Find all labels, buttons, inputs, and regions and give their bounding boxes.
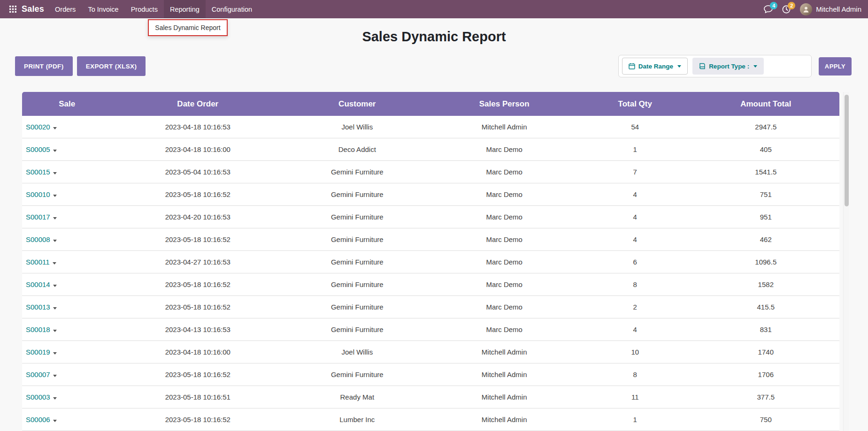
cell-sales-person: Mitchell Admin xyxy=(430,116,577,138)
cell-total-qty: 10 xyxy=(578,341,692,363)
cell-customer: Gemini Furniture xyxy=(284,228,430,251)
column-header: Sales Person xyxy=(430,92,577,116)
sale-order-link[interactable]: S00010 xyxy=(26,190,50,198)
table-row: S000182023-04-13 10:16:53Gemini Furnitur… xyxy=(22,318,839,341)
sale-order-link[interactable]: S00014 xyxy=(26,280,50,288)
user-menu[interactable]: Mitchell Admin xyxy=(800,3,861,15)
cell-total-qty: 1 xyxy=(578,408,692,431)
table-row: S000142023-05-18 10:16:52Gemini Furnitur… xyxy=(22,273,839,296)
cell-customer: Deco Addict xyxy=(284,138,430,161)
cell-amount-total: 831 xyxy=(692,318,839,341)
cell-sales-person: Mitchell Admin xyxy=(430,363,577,386)
chevron-down-icon[interactable] xyxy=(53,397,57,400)
cell-sales-person: Marc Demo xyxy=(430,296,577,318)
toolbar: PRINT (PDF) EXPORT (XLSX) Date Range xyxy=(0,55,868,77)
scrollbar-thumb[interactable] xyxy=(845,95,849,206)
chevron-down-icon[interactable] xyxy=(53,307,57,310)
table-row: S000202023-04-18 10:16:53Joel WillisMitc… xyxy=(22,116,839,138)
date-range-dropdown[interactable]: Date Range xyxy=(622,58,688,75)
menu-item-reporting[interactable]: Reporting xyxy=(164,0,206,18)
table-header-row: SaleDate OrderCustomerSales PersonTotal … xyxy=(22,92,839,116)
cell-sale: S00015 xyxy=(22,161,112,183)
menu-item-sales-dynamic-report[interactable]: Sales Dynamic Report xyxy=(155,24,220,31)
cell-amount-total: 951 xyxy=(692,206,839,228)
sale-order-link[interactable]: S00006 xyxy=(26,416,50,423)
cell-date-order: 2023-04-20 10:16:53 xyxy=(112,206,284,228)
cell-customer: Joel Willis xyxy=(284,341,430,363)
report-type-dropdown[interactable]: Report Type : xyxy=(692,58,764,75)
column-header: Amount Total xyxy=(692,92,839,116)
chevron-down-icon[interactable] xyxy=(53,330,57,332)
cell-customer: Gemini Furniture xyxy=(284,206,430,228)
cell-amount-total: 750 xyxy=(692,408,839,431)
chevron-down-icon[interactable] xyxy=(53,172,57,174)
cell-customer: Lumber Inc xyxy=(284,408,430,431)
cell-sales-person: Marc Demo xyxy=(430,138,577,161)
chevron-down-icon[interactable] xyxy=(53,375,57,377)
reporting-dropdown: Sales Dynamic Report xyxy=(148,19,228,36)
menu-item-products[interactable]: Products xyxy=(125,0,164,18)
report-type-label: Report Type : xyxy=(709,63,749,70)
vertical-scrollbar[interactable] xyxy=(843,92,849,431)
chevron-down-icon[interactable] xyxy=(53,240,57,242)
table-row: S000072023-05-18 10:16:52Gemini Furnitur… xyxy=(22,363,839,386)
cell-customer: Gemini Furniture xyxy=(284,363,430,386)
sale-order-link[interactable]: S00018 xyxy=(26,325,50,333)
messages-button[interactable]: 4 xyxy=(764,5,773,13)
sale-order-link[interactable]: S00020 xyxy=(26,123,50,131)
cell-total-qty: 7 xyxy=(578,161,692,183)
chevron-down-icon[interactable] xyxy=(53,352,57,355)
sale-order-link[interactable]: S00015 xyxy=(26,168,50,176)
menu-item-configuration[interactable]: Configuration xyxy=(206,0,258,18)
cell-total-qty: 4 xyxy=(578,318,692,341)
chevron-down-icon[interactable] xyxy=(53,150,57,152)
cell-total-qty: 1 xyxy=(578,138,692,161)
table-row: S000152023-05-04 10:16:53Gemini Furnitur… xyxy=(22,161,839,183)
chevron-down-icon[interactable] xyxy=(53,217,57,219)
menu-item-orders[interactable]: Orders xyxy=(49,0,82,18)
cell-sale: S00013 xyxy=(22,296,112,318)
messages-badge: 4 xyxy=(770,2,777,9)
cell-sales-person: Marc Demo xyxy=(430,273,577,296)
chevron-down-icon[interactable] xyxy=(53,127,57,129)
chevron-down-icon[interactable] xyxy=(53,285,57,287)
apply-button[interactable]: APPLY xyxy=(819,57,852,76)
apps-menu-button[interactable] xyxy=(7,0,19,18)
print-pdf-button[interactable]: PRINT (PDF) xyxy=(15,56,73,76)
table-row: S000032023-05-18 10:16:51Ready MatMitche… xyxy=(22,386,839,408)
cell-sale: S00011 xyxy=(22,251,112,273)
cell-sales-person: Marc Demo xyxy=(430,228,577,251)
sale-order-link[interactable]: S00017 xyxy=(26,213,50,221)
cell-date-order: 2023-05-18 10:16:52 xyxy=(112,296,284,318)
chevron-down-icon[interactable] xyxy=(53,262,56,265)
cell-total-qty: 8 xyxy=(578,363,692,386)
cell-customer: Ready Mat xyxy=(284,386,430,408)
sale-order-link[interactable]: S00013 xyxy=(26,303,50,311)
cell-total-qty: 4 xyxy=(578,228,692,251)
cell-sale: S00017 xyxy=(22,206,112,228)
table-row: S000192023-04-18 10:16:00Joel WillisMitc… xyxy=(22,341,839,363)
chevron-down-icon[interactable] xyxy=(53,420,57,422)
cell-customer: Gemini Furniture xyxy=(284,273,430,296)
cell-customer: Gemini Furniture xyxy=(284,161,430,183)
cell-sale: S00010 xyxy=(22,183,112,206)
table-row: S000112023-04-27 10:16:53Gemini Furnitur… xyxy=(22,251,839,273)
app-brand-sales[interactable]: Sales xyxy=(22,4,44,14)
table-row: S000132023-05-18 10:16:52Gemini Furnitur… xyxy=(22,296,839,318)
cell-customer: Gemini Furniture xyxy=(284,296,430,318)
sale-order-link[interactable]: S00019 xyxy=(26,348,50,356)
sale-order-link[interactable]: S00007 xyxy=(26,371,50,378)
cell-sales-person: Mitchell Admin xyxy=(430,408,577,431)
export-xlsx-button[interactable]: EXPORT (XLSX) xyxy=(77,56,146,76)
chevron-down-icon[interactable] xyxy=(53,195,57,197)
cell-sales-person: Mitchell Admin xyxy=(430,341,577,363)
menu-item-to-invoice[interactable]: To Invoice xyxy=(82,0,124,18)
activities-button[interactable]: 2 xyxy=(782,5,791,14)
cell-sale: S00007 xyxy=(22,363,112,386)
sale-order-link[interactable]: S00011 xyxy=(26,258,50,266)
sale-order-link[interactable]: S00008 xyxy=(26,235,50,243)
sale-order-link[interactable]: S00003 xyxy=(26,393,50,401)
cell-customer: Gemini Furniture xyxy=(284,251,430,273)
sale-order-link[interactable]: S00005 xyxy=(26,145,50,153)
toolbar-right: Date Range Report Type : APPLY xyxy=(618,55,852,77)
